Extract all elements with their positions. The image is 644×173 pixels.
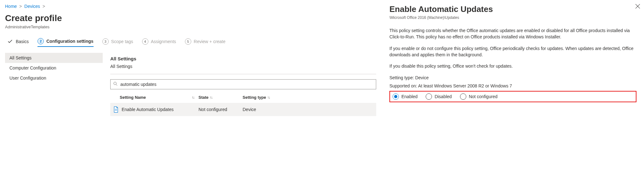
- step-assignments[interactable]: 4 Assignments: [142, 37, 176, 46]
- step-number: 2: [37, 38, 44, 44]
- step-label: Scope tags: [111, 39, 133, 44]
- settings-heading: All Settings: [110, 56, 376, 61]
- tree-item-computer-configuration[interactable]: Computer Configuration: [5, 63, 103, 73]
- wizard-steps: Basics 2 Configuration settings 3 Scope …: [5, 35, 382, 48]
- column-header-state[interactable]: State ↑↓: [198, 95, 243, 100]
- flyout-setting-type: Setting type: Device: [389, 75, 636, 81]
- radio-label: Not configured: [469, 94, 497, 99]
- page-subtitle: AdministrativeTemplates: [5, 25, 382, 29]
- radio-enabled[interactable]: Enabled: [393, 93, 417, 100]
- step-number: 4: [142, 38, 148, 45]
- step-configuration-settings[interactable]: 2 Configuration settings: [37, 37, 93, 47]
- breadcrumb-separator: >: [43, 4, 45, 9]
- close-button[interactable]: [635, 4, 640, 10]
- type-cell: Device: [243, 107, 287, 112]
- radio-not-configured[interactable]: Not configured: [460, 93, 497, 100]
- breadcrumb: Home > Devices >: [5, 4, 382, 9]
- radio-group: Enabled Disabled Not configured: [389, 91, 636, 102]
- column-label: State: [198, 95, 209, 100]
- tree-item-all-settings[interactable]: All Settings: [5, 53, 103, 63]
- flyout-supported-on: Supported on: At least Windows Server 20…: [389, 83, 636, 89]
- search-icon: [113, 81, 118, 87]
- tree-item-user-configuration[interactable]: User Configuration: [5, 73, 103, 83]
- setting-name-cell: Enable Automatic Updates: [122, 107, 174, 112]
- step-number: 5: [185, 38, 191, 45]
- settings-grid: Setting Name ↑↓ State ↑↓ Setting type ↑↓: [110, 92, 376, 116]
- svg-point-0: [114, 82, 116, 85]
- step-review-create[interactable]: 5 Review + create: [185, 37, 226, 46]
- step-label: Review + create: [194, 39, 226, 44]
- svg-line-1: [116, 84, 117, 86]
- settings-pane: All Settings All Settings Setting Name ↑…: [103, 53, 382, 116]
- radio-label: Disabled: [434, 94, 451, 99]
- step-scope-tags[interactable]: 3 Scope tags: [102, 37, 133, 46]
- sort-icon: ↑↓: [192, 95, 194, 100]
- radio-disabled[interactable]: Disabled: [426, 93, 451, 100]
- settings-path: All Settings: [110, 64, 376, 74]
- settings-tree: All Settings Computer Configuration User…: [5, 53, 103, 116]
- flyout-title: Enable Automatic Updates: [389, 4, 636, 14]
- flyout-body: This policy setting controls whether the…: [389, 27, 636, 102]
- breadcrumb-devices[interactable]: Devices: [24, 4, 40, 9]
- sort-icon: ↑↓: [210, 95, 212, 100]
- flyout-path: \Microsoft Office 2016 (Machine)\Updates: [389, 15, 636, 20]
- column-label: Setting type: [243, 95, 266, 100]
- step-label: Basics: [16, 39, 29, 44]
- column-label: Setting Name: [120, 95, 146, 100]
- column-header-type[interactable]: Setting type ↑↓: [243, 95, 287, 100]
- check-icon: [7, 38, 13, 45]
- main-area: Home > Devices > Create profile Administ…: [0, 0, 382, 173]
- page-title: Create profile: [5, 13, 382, 23]
- radio-icon: [393, 93, 399, 100]
- close-icon: [635, 5, 640, 10]
- column-header-name[interactable]: Setting Name ↑↓: [110, 95, 198, 100]
- flyout-description: This policy setting controls whether the…: [389, 27, 636, 40]
- policy-file-icon: [113, 106, 118, 113]
- grid-header-row: Setting Name ↑↓ State ↑↓ Setting type ↑↓: [110, 92, 376, 103]
- radio-icon: [460, 93, 466, 100]
- state-cell: Not configured: [198, 107, 243, 112]
- breadcrumb-separator: >: [19, 4, 22, 9]
- step-number: 3: [102, 38, 109, 45]
- step-label: Configuration settings: [46, 39, 93, 44]
- radio-label: Enabled: [401, 94, 417, 99]
- radio-icon: [426, 93, 432, 100]
- step-label: Assignments: [151, 39, 176, 44]
- step-basics[interactable]: Basics: [7, 37, 29, 46]
- sort-icon: ↑↓: [267, 95, 270, 100]
- flyout-description: If you disable this policy setting, Offi…: [389, 63, 636, 69]
- settings-flyout: Enable Automatic Updates \Microsoft Offi…: [382, 0, 644, 173]
- table-row[interactable]: Enable Automatic Updates Not configured …: [110, 103, 376, 116]
- search-input[interactable]: [120, 81, 373, 87]
- flyout-description: If you enable or do not configure this p…: [389, 45, 636, 58]
- search-box[interactable]: [110, 79, 376, 89]
- breadcrumb-home[interactable]: Home: [5, 4, 17, 9]
